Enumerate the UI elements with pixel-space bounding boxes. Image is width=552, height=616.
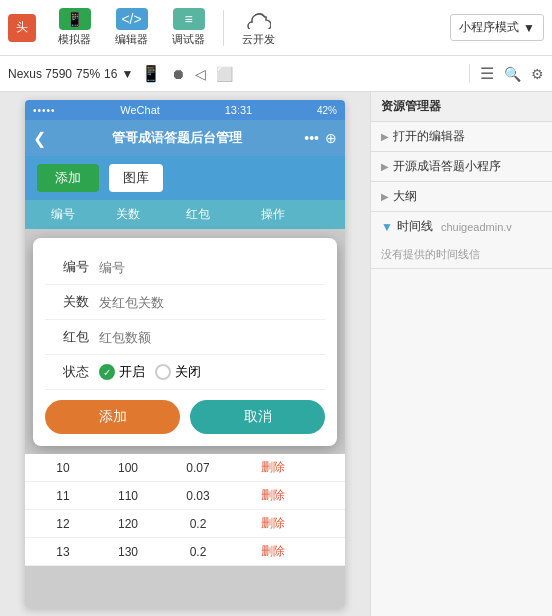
open-editors-label: 打开的编辑器 <box>393 128 465 145</box>
table-row: 13 130 0.2 删除 <box>25 538 345 566</box>
record-icon[interactable]: ⏺ <box>171 66 185 82</box>
page-title: 管哥成语答题后台管理 <box>50 129 304 147</box>
mode-dropdown[interactable]: 小程序模式 ▼ <box>450 14 544 41</box>
chevron-right-icon: ▶ <box>381 161 389 172</box>
status-radio-group: 开启 关闭 <box>99 363 201 381</box>
editor-icon: </> <box>116 8 148 30</box>
delete-button[interactable]: 删除 <box>233 487 313 504</box>
main-toolbar: 头 📱 模拟器 </> 编辑器 ≡ 调试器 云开发 小程序模式 ▼ <box>0 0 552 56</box>
open-editors-item[interactable]: ▶ 打开的编辑器 <box>371 122 552 151</box>
more-icon[interactable]: ••• <box>304 130 319 146</box>
modal-actions: 添加 取消 <box>45 400 325 434</box>
modal-row-level: 关数 <box>45 285 325 320</box>
mini-program-label: 开源成语答题小程序 <box>393 158 501 175</box>
field-level-label: 关数 <box>49 293 89 311</box>
cloud-button[interactable]: 云开发 <box>232 4 285 51</box>
table-row: 12 120 0.2 删除 <box>25 510 345 538</box>
back-icon[interactable]: ◁ <box>195 66 206 82</box>
delete-button[interactable]: 删除 <box>233 459 313 476</box>
modal-cancel-button[interactable]: 取消 <box>190 400 325 434</box>
battery-indicator: 42% <box>317 105 337 116</box>
modal-row-amount: 红包 <box>45 320 325 355</box>
status-off-radio[interactable]: 关闭 <box>155 363 201 381</box>
screen-icon[interactable]: ⬜ <box>216 66 233 82</box>
add-button[interactable]: 添加 <box>37 164 99 192</box>
editor-button[interactable]: </> 编辑器 <box>105 4 158 51</box>
nav-icons: ••• ⊕ <box>304 130 337 146</box>
cell-level: 130 <box>93 545 163 559</box>
timeline-label: 时间线 <box>397 218 433 235</box>
signal-dots: ••••• <box>33 105 56 116</box>
table-header: 编号 关数 红包 操作 <box>25 200 345 230</box>
field-id-label: 编号 <box>49 258 89 276</box>
action-bar: 添加 图库 <box>25 156 345 200</box>
col-amount-header: 红包 <box>163 206 233 223</box>
modal-row-status: 状态 开启 关闭 <box>45 355 325 390</box>
status-time: 13:31 <box>225 104 253 116</box>
back-button[interactable]: ❮ <box>33 129 46 148</box>
modal-row-id: 编号 <box>45 250 325 285</box>
chevron-down-icon: ▼ <box>381 220 393 234</box>
settings-icon[interactable]: ⚙ <box>531 66 544 82</box>
cloud-icon <box>243 8 275 30</box>
outline-label: 大纲 <box>393 188 417 205</box>
chevron-right-icon: ▶ <box>381 191 389 202</box>
open-editors-section: ▶ 打开的编辑器 <box>371 122 552 152</box>
status-off-label: 关闭 <box>175 363 201 381</box>
phone-navbar: ❮ 管哥成语答题后台管理 ••• ⊕ <box>25 120 345 156</box>
field-amount-input[interactable] <box>99 330 321 345</box>
cell-id: 10 <box>33 461 93 475</box>
cell-id: 11 <box>33 489 93 503</box>
cell-level: 100 <box>93 461 163 475</box>
chevron-down-icon: ▼ <box>121 67 133 81</box>
cell-level: 110 <box>93 489 163 503</box>
mini-program-item[interactable]: ▶ 开源成语答题小程序 <box>371 152 552 181</box>
table-body: 10 100 0.07 删除 11 110 0.03 删除 12 120 <box>25 454 345 566</box>
col-level-header: 关数 <box>93 206 163 223</box>
debugger-icon: ≡ <box>173 8 205 30</box>
field-level-input[interactable] <box>99 295 321 310</box>
cell-id: 12 <box>33 517 93 531</box>
toolbar2-icons: 📱 ⏺ ◁ ⬜ <box>141 64 233 83</box>
cell-level: 120 <box>93 517 163 531</box>
field-status-label: 状态 <box>49 363 89 381</box>
table-row: 10 100 0.07 删除 <box>25 454 345 482</box>
phone-frame: ••••• WeChat 13:31 42% ❮ 管哥成语答题后台管理 ••• … <box>25 100 345 608</box>
secondary-toolbar: Nexus 7590 75% 16 ▼ 📱 ⏺ ◁ ⬜ ☰ 🔍 ⚙ <box>0 56 552 92</box>
toolbar-separator <box>223 10 224 46</box>
mini-program-section: ▶ 开源成语答题小程序 <box>371 152 552 182</box>
delete-button[interactable]: 删除 <box>233 543 313 560</box>
col-action-header: 操作 <box>233 206 313 223</box>
cell-amount: 0.2 <box>163 517 233 531</box>
cell-amount: 0.03 <box>163 489 233 503</box>
chevron-down-icon: ▼ <box>523 21 535 35</box>
phone-icon[interactable]: 📱 <box>141 64 161 83</box>
outline-item[interactable]: ▶ 大纲 <box>371 182 552 211</box>
device-selector[interactable]: Nexus 7590 75% 16 ▼ <box>8 67 133 81</box>
circle-icon[interactable]: ⊕ <box>325 130 337 146</box>
status-on-label: 开启 <box>119 363 145 381</box>
delete-button[interactable]: 删除 <box>233 515 313 532</box>
search-icon[interactable]: 🔍 <box>504 66 521 82</box>
add-modal: 编号 关数 红包 状态 <box>33 238 337 446</box>
modal-overlay: 编号 关数 红包 状态 <box>25 230 345 608</box>
modal-add-button[interactable]: 添加 <box>45 400 180 434</box>
phone-status-bar: ••••• WeChat 13:31 42% <box>25 100 345 120</box>
list-icon[interactable]: ☰ <box>480 64 494 83</box>
debugger-button[interactable]: ≡ 调试器 <box>162 4 215 51</box>
timeline-item[interactable]: ▼ 时间线 chuigeadmin.v <box>371 212 552 241</box>
field-id-input[interactable] <box>99 260 321 275</box>
cell-id: 13 <box>33 545 93 559</box>
status-on-radio[interactable]: 开启 <box>99 363 145 381</box>
avatar: 头 <box>8 14 36 42</box>
timeline-value: chuigeadmin.v <box>441 221 512 233</box>
cell-amount: 0.07 <box>163 461 233 475</box>
gallery-button[interactable]: 图库 <box>109 164 163 192</box>
resource-manager-header: 资源管理器 <box>371 92 552 122</box>
phone-simulator: ••••• WeChat 13:31 42% ❮ 管哥成语答题后台管理 ••• … <box>0 92 370 616</box>
wechat-label: WeChat <box>120 104 160 116</box>
main-area: ••••• WeChat 13:31 42% ❮ 管哥成语答题后台管理 ••• … <box>0 92 552 616</box>
simulator-button[interactable]: 📱 模拟器 <box>48 4 101 51</box>
timeline-section: ▼ 时间线 chuigeadmin.v 没有提供的时间线信 <box>371 212 552 269</box>
right-panel: 资源管理器 ▶ 打开的编辑器 ▶ 开源成语答题小程序 ▶ 大纲 ▼ 时间线 ch <box>370 92 552 616</box>
